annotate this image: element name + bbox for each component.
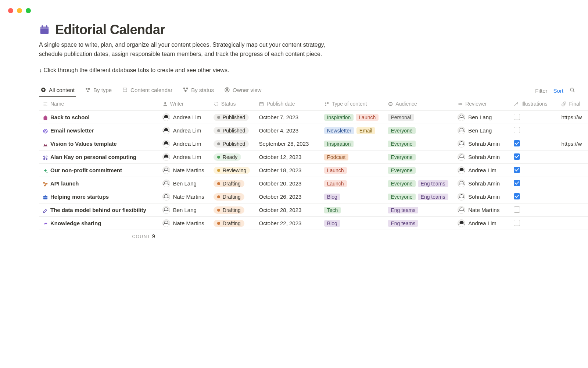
cell-status[interactable]: Ready: [210, 151, 255, 164]
cell-status[interactable]: Drafting: [210, 204, 255, 217]
cell-illustrations[interactable]: [510, 217, 558, 230]
cell-final[interactable]: [557, 124, 588, 137]
cell-illustrations[interactable]: [510, 164, 558, 177]
cell-name[interactable]: API launch: [39, 177, 159, 190]
cell-reviewer[interactable]: Sohrab Amin: [454, 190, 510, 204]
cell-writer[interactable]: Nate Martins: [159, 164, 210, 177]
cell-illustrations[interactable]: [510, 151, 558, 164]
cell-publish-date[interactable]: October 12, 2023: [255, 151, 320, 164]
cell-reviewer[interactable]: Sohrab Amin: [454, 137, 510, 151]
cell-type[interactable]: Blog: [320, 217, 384, 230]
column-header-status[interactable]: Status: [210, 97, 255, 111]
column-header-reviewer[interactable]: Reviewer: [454, 97, 510, 111]
cell-illustrations[interactable]: [510, 111, 558, 124]
cell-name[interactable]: Helping more startups: [39, 190, 159, 204]
cell-status[interactable]: Published: [210, 137, 255, 151]
cell-status[interactable]: Published: [210, 111, 255, 124]
illustrations-checkbox[interactable]: [514, 153, 520, 160]
illustrations-checkbox[interactable]: [514, 193, 520, 199]
minimize-window-button[interactable]: [17, 8, 22, 13]
cell-publish-date[interactable]: October 20, 2023: [255, 177, 320, 190]
illustrations-checkbox[interactable]: [514, 220, 520, 226]
illustrations-checkbox[interactable]: [514, 206, 520, 213]
cell-illustrations[interactable]: [510, 124, 558, 137]
cell-name[interactable]: Vision to Values template: [39, 137, 159, 151]
table-row[interactable]: Vision to Values templateAndrea LimPubli…: [39, 137, 588, 151]
cell-reviewer[interactable]: Sohrab Amin: [454, 151, 510, 164]
cell-type[interactable]: Tech: [320, 204, 384, 217]
cell-writer[interactable]: Andrea Lim: [159, 124, 210, 137]
filter-button[interactable]: Filter: [535, 88, 547, 94]
cell-reviewer[interactable]: Sohrab Amin: [454, 177, 510, 190]
cell-type[interactable]: Launch: [320, 164, 384, 177]
table-row[interactable]: Back to schoolAndrea LimPublishedOctober…: [39, 111, 588, 124]
cell-audience[interactable]: Everyone: [384, 137, 454, 151]
cell-publish-date[interactable]: October 22, 2023: [255, 217, 320, 230]
view-tab-by-status[interactable]: By status: [181, 85, 215, 97]
table-row[interactable]: Helping more startupsNate MartinsDraftin…: [39, 190, 588, 204]
illustrations-checkbox[interactable]: [514, 114, 520, 120]
view-tab-content-calendar[interactable]: Content calendar: [121, 85, 174, 97]
cell-name[interactable]: Email newsletter: [39, 124, 159, 137]
cell-publish-date[interactable]: October 4, 2023: [255, 124, 320, 137]
search-button[interactable]: [569, 87, 576, 94]
cell-status[interactable]: Reviewing: [210, 164, 255, 177]
cell-writer[interactable]: Nate Martins: [159, 217, 210, 230]
column-header-publish-date[interactable]: Publish date: [255, 97, 320, 111]
cell-writer[interactable]: Andrea Lim: [159, 137, 210, 151]
cell-illustrations[interactable]: [510, 204, 558, 217]
cell-publish-date[interactable]: October 26, 2023: [255, 190, 320, 204]
cell-audience[interactable]: Everyone: [384, 151, 454, 164]
cell-final[interactable]: https://w: [557, 137, 588, 151]
view-tab-all-content[interactable]: All content: [39, 85, 76, 97]
cell-audience[interactable]: Personal: [384, 111, 454, 124]
illustrations-checkbox[interactable]: [514, 180, 520, 186]
cell-final[interactable]: [557, 164, 588, 177]
cell-writer[interactable]: Andrea Lim: [159, 151, 210, 164]
cell-final[interactable]: [557, 217, 588, 230]
cell-final[interactable]: [557, 190, 588, 204]
table-row[interactable]: Alan Kay on personal computingAndrea Lim…: [39, 151, 588, 164]
cell-writer[interactable]: Nate Martins: [159, 190, 210, 204]
cell-illustrations[interactable]: [510, 137, 558, 151]
cell-name[interactable]: Back to school: [39, 111, 159, 124]
cell-audience[interactable]: Eng teams: [384, 217, 454, 230]
cell-illustrations[interactable]: [510, 190, 558, 204]
cell-illustrations[interactable]: [510, 177, 558, 190]
cell-final[interactable]: [557, 177, 588, 190]
cell-type[interactable]: Inspiration: [320, 137, 384, 151]
cell-writer[interactable]: Ben Lang: [159, 177, 210, 190]
table-row[interactable]: API launchBen LangDraftingOctober 20, 20…: [39, 177, 588, 190]
cell-status[interactable]: Drafting: [210, 177, 255, 190]
cell-status[interactable]: Drafting: [210, 190, 255, 204]
column-header-type[interactable]: Type of content: [320, 97, 384, 111]
cell-final[interactable]: [557, 204, 588, 217]
cell-reviewer[interactable]: Ben Lang: [454, 124, 510, 137]
cell-reviewer[interactable]: Ben Lang: [454, 111, 510, 124]
column-header-final[interactable]: Final: [557, 97, 588, 111]
table-row[interactable]: Knowledge sharingNate MartinsDraftingOct…: [39, 217, 588, 230]
cell-final[interactable]: [557, 151, 588, 164]
cell-status[interactable]: Published: [210, 124, 255, 137]
illustrations-checkbox[interactable]: [514, 140, 520, 146]
cell-type[interactable]: Podcast: [320, 151, 384, 164]
illustrations-checkbox[interactable]: [514, 127, 520, 133]
cell-publish-date[interactable]: September 28, 2023: [255, 137, 320, 151]
cell-reviewer[interactable]: Andrea Lim: [454, 217, 510, 230]
cell-type[interactable]: Launch: [320, 177, 384, 190]
cell-type[interactable]: InspirationLaunch: [320, 111, 384, 124]
column-header-audience[interactable]: Audience: [384, 97, 454, 111]
table-row[interactable]: The data model behind our flexibilityBen…: [39, 204, 588, 217]
cell-publish-date[interactable]: October 18, 2023: [255, 164, 320, 177]
cell-publish-date[interactable]: October 7, 2023: [255, 111, 320, 124]
table-row[interactable]: Email newsletterAndrea LimPublishedOctob…: [39, 124, 588, 137]
cell-name[interactable]: Our non-profit commitment: [39, 164, 159, 177]
sort-button[interactable]: Sort: [553, 88, 563, 94]
cell-status[interactable]: Drafting: [210, 217, 255, 230]
cell-type[interactable]: NewsletterEmail: [320, 124, 384, 137]
close-window-button[interactable]: [8, 8, 13, 13]
cell-name[interactable]: Alan Kay on personal computing: [39, 151, 159, 164]
column-header-writer[interactable]: Writer: [159, 97, 210, 111]
cell-writer[interactable]: Andrea Lim: [159, 111, 210, 124]
illustrations-checkbox[interactable]: [514, 167, 520, 173]
